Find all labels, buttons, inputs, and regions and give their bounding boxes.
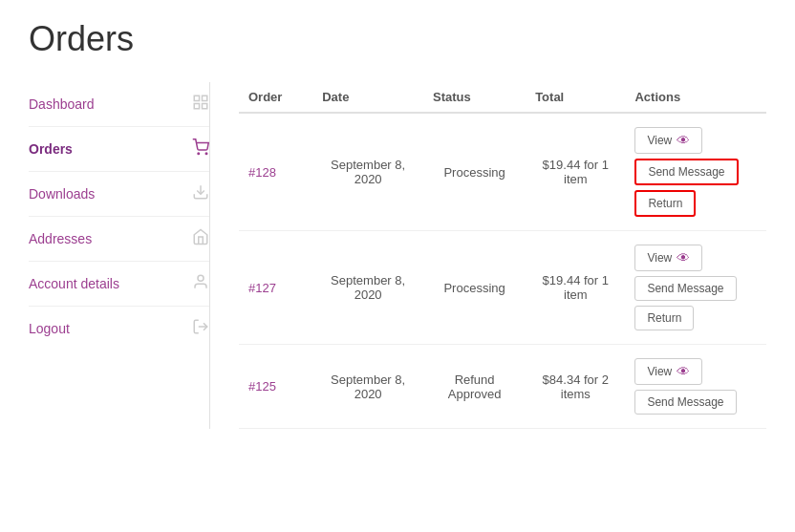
table-header-row: Order Date Status Total Actions (239, 82, 766, 113)
table-row: #128September 8, 2020Processing$19.44 fo… (239, 113, 766, 231)
account-details-icon (192, 273, 209, 294)
sidebar-item-addresses[interactable]: Addresses (29, 217, 209, 262)
orders-content: Order Date Status Total Actions #128Sept… (210, 82, 766, 429)
action-btn-view-row2[interactable]: View 👁 (634, 358, 702, 385)
page: Orders Dashboard Orders Downloads (0, 0, 795, 532)
svg-point-7 (198, 275, 204, 281)
addresses-icon (192, 228, 209, 249)
sidebar: Dashboard Orders Downloads Addresses (29, 82, 210, 429)
col-header-status: Status (423, 82, 526, 113)
orders-icon (192, 138, 209, 160)
cell-order: #125 (239, 345, 312, 429)
cell-total: $19.44 for 1 item (526, 113, 625, 231)
dashboard-icon (192, 94, 209, 115)
sidebar-item-account-details[interactable]: Account details (29, 262, 209, 307)
action-btn-return-row0[interactable]: Return (634, 190, 696, 217)
sidebar-item-downloads[interactable]: Downloads (29, 172, 209, 217)
table-row: #125September 8, 2020Refund Approved$84.… (239, 345, 766, 429)
action-btn-send-message-row0[interactable]: Send Message (634, 159, 738, 185)
order-link[interactable]: #128 (248, 165, 276, 180)
cell-order: #127 (239, 231, 312, 345)
cell-date: September 8, 2020 (312, 113, 423, 231)
cell-actions: View 👁Send MessageReturn (625, 113, 766, 231)
sidebar-item-logout[interactable]: Logout (29, 307, 209, 351)
cell-date: September 8, 2020 (312, 231, 423, 345)
table-row: #127September 8, 2020Processing$19.44 fo… (239, 231, 766, 345)
main-layout: Dashboard Orders Downloads Addresses (29, 82, 766, 429)
col-header-order: Order (239, 82, 312, 113)
col-header-actions: Actions (625, 82, 766, 113)
col-header-total: Total (526, 82, 625, 113)
downloads-icon (192, 183, 209, 204)
cell-status: Processing (423, 113, 526, 231)
cell-total: $19.44 for 1 item (526, 231, 625, 345)
cell-status: Processing (423, 231, 526, 345)
cell-total: $84.34 for 2 items (526, 345, 625, 429)
sidebar-item-orders[interactable]: Orders (29, 127, 209, 172)
order-link[interactable]: #125 (248, 379, 276, 394)
cell-date: September 8, 2020 (312, 345, 423, 429)
svg-rect-2 (203, 104, 207, 109)
cell-status: Refund Approved (423, 345, 526, 429)
svg-point-4 (198, 153, 200, 155)
page-title: Orders (29, 19, 766, 59)
col-header-date: Date (312, 82, 423, 113)
action-btn-view-row0[interactable]: View 👁 (634, 127, 702, 154)
orders-table: Order Date Status Total Actions #128Sept… (239, 82, 766, 429)
cell-actions: View 👁Send MessageReturn (625, 231, 766, 345)
svg-rect-1 (203, 96, 207, 100)
svg-rect-3 (194, 104, 199, 109)
cell-actions: View 👁Send Message (625, 345, 766, 429)
action-btn-view-row1[interactable]: View 👁 (634, 245, 702, 271)
action-btn-send-message-row2[interactable]: Send Message (634, 390, 736, 415)
cell-order: #128 (239, 113, 312, 231)
logout-icon (192, 318, 209, 339)
action-btn-send-message-row1[interactable]: Send Message (634, 276, 736, 301)
sidebar-item-dashboard[interactable]: Dashboard (29, 82, 209, 127)
action-btn-return-row1[interactable]: Return (634, 306, 694, 330)
svg-point-5 (205, 153, 207, 155)
svg-rect-0 (194, 96, 199, 100)
order-link[interactable]: #127 (248, 281, 276, 295)
